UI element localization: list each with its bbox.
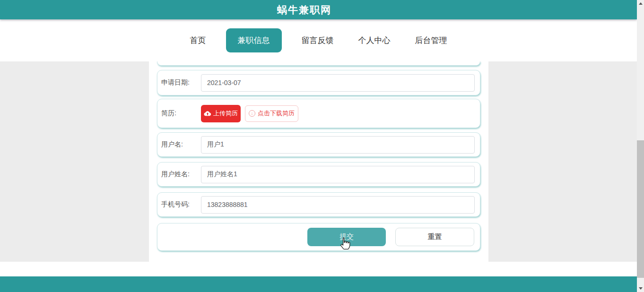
form-row-fullname: 用户姓名: [157, 162, 480, 187]
nav-item-jobs-active[interactable]: 兼职信息 [226, 28, 282, 52]
apply-date-label: 申请日期: [161, 78, 201, 87]
phone-input[interactable] [201, 196, 475, 214]
download-resume-button[interactable]: ↓ 点击下载简历 [245, 105, 298, 122]
username-label: 用户名: [161, 140, 201, 149]
vertical-scrollbar[interactable] [637, 0, 644, 292]
main-content-area: 申请日期: 简历: 上传简历 [0, 61, 637, 262]
footer-top-spacer [0, 262, 637, 276]
cloud-upload-icon [204, 111, 211, 117]
fullname-input[interactable] [201, 166, 475, 183]
form-row-resume: 简历: 上传简历 ↓ 点击下载简历 [157, 99, 480, 128]
scrollbar-up-arrow[interactable] [637, 0, 644, 7]
nav-item-profile[interactable]: 个人中心 [354, 28, 395, 52]
resume-label: 简历: [161, 109, 201, 118]
scrollbar-thumb[interactable] [637, 140, 644, 278]
apply-date-input[interactable] [201, 74, 475, 92]
form-row-phone: 手机号码: [157, 192, 480, 217]
upload-resume-label: 上传简历 [213, 109, 238, 118]
browser-viewport: 蜗牛兼职网 首页 兼职信息 留言反馈 个人中心 后台管理 申请日期: 简历: [0, 0, 644, 292]
upload-resume-button[interactable]: 上传简历 [201, 105, 241, 122]
scrollbar-down-arrow[interactable] [637, 285, 644, 292]
submit-button[interactable]: 提交 [307, 228, 386, 246]
phone-label: 手机号码: [161, 200, 201, 209]
nav-item-feedback[interactable]: 留言反馈 [297, 28, 339, 52]
form-container: 申请日期: 简历: 上传简历 [149, 61, 488, 262]
download-resume-label: 点击下载简历 [258, 109, 295, 118]
web-page: 蜗牛兼职网 首页 兼职信息 留言反馈 个人中心 后台管理 申请日期: 简历: [0, 0, 637, 292]
reset-button[interactable]: 重置 [395, 228, 474, 246]
username-input[interactable] [201, 136, 475, 154]
circle-down-arrow-icon: ↓ [249, 110, 255, 117]
form-row-username: 用户名: [157, 132, 480, 157]
fullname-label: 用户姓名: [161, 170, 201, 179]
site-header: 蜗牛兼职网 [0, 0, 637, 19]
form-row-apply-date: 申请日期: [157, 70, 480, 95]
footer-bar [0, 276, 637, 292]
site-title: 蜗牛兼职网 [277, 3, 331, 17]
nav-item-admin[interactable]: 后台管理 [410, 28, 452, 52]
nav-item-home[interactable]: 首页 [185, 28, 211, 52]
form-row-clipped [157, 61, 480, 66]
form-row-actions: 提交 重置 [157, 223, 480, 251]
main-nav: 首页 兼职信息 留言反馈 个人中心 后台管理 [0, 19, 637, 61]
